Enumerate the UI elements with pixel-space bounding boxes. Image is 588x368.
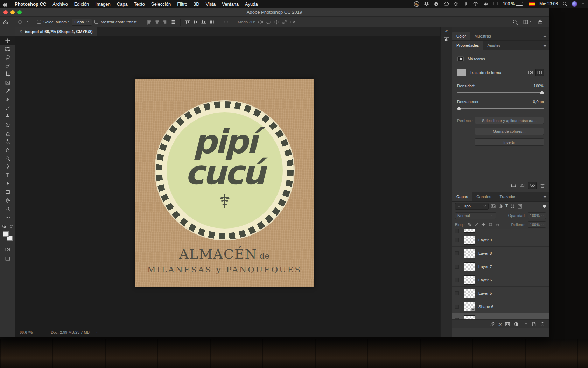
filter-adjustment-layers-icon[interactable] <box>498 204 503 209</box>
layer-row[interactable]: Layer 7 <box>452 260 549 273</box>
layer-name[interactable]: Layer 5 <box>478 291 492 295</box>
lock-all-icon[interactable] <box>495 222 500 227</box>
menu-ayuda[interactable]: Ayuda <box>242 0 261 8</box>
auto-select-checkbox[interactable] <box>37 20 41 24</box>
paint-bucket-tool[interactable] <box>0 137 15 146</box>
layer-filter-dropdown[interactable]: Tipo <box>455 203 489 210</box>
histogram-panel-icon[interactable] <box>443 36 450 43</box>
layer-row[interactable]: Layer 8 <box>452 247 549 260</box>
disc-status-icon[interactable] <box>434 1 439 7</box>
mask-visibility-eye-icon[interactable] <box>528 182 537 189</box>
rectangle-tool[interactable] <box>0 188 15 196</box>
visibility-toggle[interactable] <box>455 229 459 233</box>
tab-muestras[interactable]: Muestras <box>470 32 495 40</box>
zoom-tool[interactable] <box>0 205 15 213</box>
layer-effects-icon[interactable]: fx <box>498 322 502 326</box>
canvas-area[interactable]: pipí cucú ALMACÉNde MILANESAS y PANQUEQU… <box>15 36 440 337</box>
tab-ajustes[interactable]: Ajustes <box>483 41 505 50</box>
align-center-h-icon[interactable] <box>154 19 160 25</box>
cloud-icon[interactable] <box>443 1 449 7</box>
feather-slider[interactable] <box>457 106 544 110</box>
layer-thumbnail[interactable] <box>464 249 475 258</box>
crop-tool[interactable] <box>0 70 15 79</box>
delete-mask-icon[interactable] <box>540 183 545 188</box>
menu-archivo[interactable]: Archivo <box>49 0 71 8</box>
dropbox-icon[interactable] <box>424 1 429 7</box>
minimize-window-button[interactable] <box>10 10 15 14</box>
layer-row-selected[interactable]: Shape 4 <box>452 313 549 319</box>
opacity-dropdown[interactable]: 100% <box>528 212 546 219</box>
align-bottom-icon[interactable] <box>201 19 206 25</box>
move-tool[interactable] <box>0 36 15 45</box>
layer-thumbnail[interactable] <box>464 236 475 245</box>
doc-size-readout[interactable]: Doc: 2,99 MB/23,7 MB <box>51 330 90 334</box>
distribute-v-icon[interactable] <box>170 19 176 25</box>
menu-texto[interactable]: Texto <box>131 0 148 8</box>
home-icon[interactable] <box>3 19 8 25</box>
apple-icon[interactable] <box>0 0 12 8</box>
menu-filtro[interactable]: Filtro <box>174 0 190 8</box>
eraser-tool[interactable] <box>0 129 15 137</box>
time-machine-icon[interactable] <box>454 1 459 7</box>
delete-layer-icon[interactable] <box>540 321 545 327</box>
visibility-toggle[interactable] <box>455 291 459 295</box>
new-group-icon[interactable] <box>522 321 528 327</box>
3d-camera-icon[interactable] <box>290 19 295 25</box>
menu-seleccion[interactable]: Selección <box>148 0 174 8</box>
density-slider[interactable] <box>457 90 544 95</box>
layer-row[interactable]: Layer 5 <box>452 287 549 300</box>
blur-tool[interactable] <box>0 146 15 154</box>
auto-select-dropdown[interactable]: Capa <box>72 19 92 26</box>
link-layers-icon[interactable] <box>490 321 495 327</box>
blend-mode-dropdown[interactable]: Normal <box>455 212 496 219</box>
display-icon[interactable] <box>493 1 498 7</box>
tab-propiedades[interactable]: Propiedades <box>452 41 483 50</box>
visibility-toggle[interactable] <box>455 265 459 269</box>
menu-ventana[interactable]: Ventana <box>219 0 242 8</box>
edit-toolbar-button[interactable] <box>0 213 15 222</box>
tab-canales[interactable]: Canales <box>472 192 495 201</box>
lock-pixels-icon[interactable] <box>474 222 479 227</box>
load-selection-from-mask-icon[interactable] <box>511 183 516 188</box>
spotlight-icon[interactable] <box>562 1 567 6</box>
document-tab[interactable]: × iso.psd al 66,7% (Shape 4, CMYK/8) <box>15 27 97 36</box>
apply-mask-icon[interactable] <box>519 183 525 188</box>
layer-row[interactable]: Layer 9 <box>452 233 549 247</box>
lock-transparency-icon[interactable] <box>467 222 472 227</box>
layer-row[interactable]: Layer 6 <box>452 273 549 287</box>
menu-clock[interactable]: Mié 23:06 <box>539 1 558 6</box>
hand-tool[interactable] <box>0 196 15 205</box>
lock-position-icon[interactable] <box>481 222 486 227</box>
preset-chevron-icon[interactable] <box>25 20 28 23</box>
move-tool-preset-icon[interactable] <box>17 19 23 25</box>
menu-capa[interactable]: Capa <box>114 0 131 8</box>
close-window-button[interactable] <box>4 10 8 14</box>
align-left-icon[interactable] <box>146 19 152 25</box>
layer-thumbnail[interactable] <box>464 289 475 298</box>
filter-smart-objects-icon[interactable] <box>517 204 523 209</box>
dodge-tool[interactable] <box>0 154 15 163</box>
3d-roll-icon[interactable] <box>266 19 271 25</box>
zoom-level-field[interactable]: 66,67% <box>20 330 33 334</box>
battery-indicator[interactable]: 100 % <box>503 1 524 6</box>
3d-pan-icon[interactable] <box>274 19 279 25</box>
quick-selection-tool[interactable] <box>0 62 15 70</box>
tab-trazados[interactable]: Trazados <box>495 192 520 201</box>
mask-preview-thumb[interactable] <box>457 69 466 76</box>
visibility-toggle[interactable] <box>455 278 459 282</box>
distribute-h-icon[interactable] <box>209 19 215 25</box>
lock-artboard-icon[interactable] <box>488 222 493 227</box>
pen-tool[interactable] <box>0 163 15 171</box>
close-document-icon[interactable]: × <box>20 29 22 34</box>
lasso-tool[interactable] <box>0 53 15 62</box>
add-layer-mask-icon[interactable] <box>505 321 510 327</box>
type-tool[interactable] <box>0 171 15 179</box>
new-adjustment-layer-icon[interactable] <box>513 321 519 327</box>
color-panel-menu-icon[interactable]: ≡ <box>543 32 546 40</box>
density-value[interactable]: 100% <box>534 84 544 89</box>
menu-imagen[interactable]: Imagen <box>92 0 113 8</box>
layer-name[interactable]: Shape 6 <box>478 305 493 309</box>
add-pixel-mask-icon[interactable] <box>528 70 533 75</box>
menu-edicion[interactable]: Edición <box>71 0 92 8</box>
clone-stamp-tool[interactable] <box>0 112 15 121</box>
